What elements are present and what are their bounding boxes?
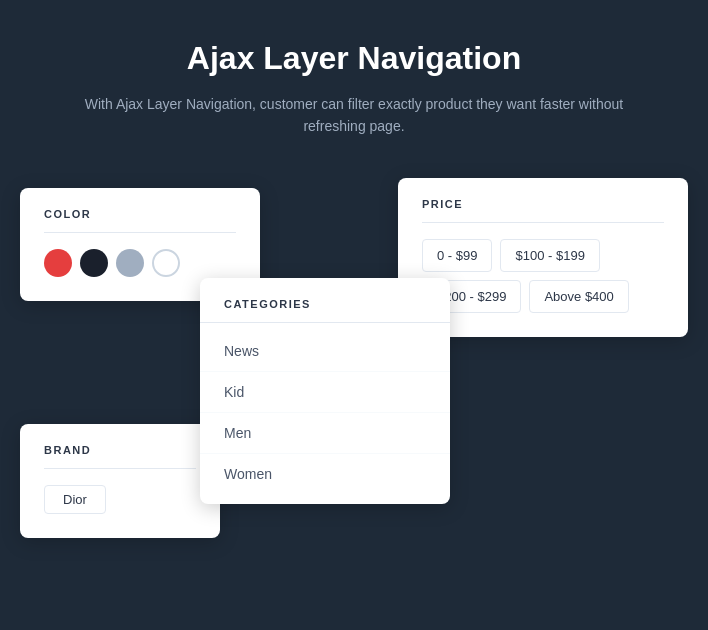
categories-card-label: CATEGORIES	[200, 298, 450, 310]
price-btn-0-99[interactable]: 0 - $99	[422, 239, 492, 272]
cards-area: COLOR PRICE 0 - $99 $100 - $199 $200 - $…	[0, 168, 708, 588]
brand-tag-dior[interactable]: Dior	[44, 485, 106, 514]
price-btn-100-199[interactable]: $100 - $199	[500, 239, 599, 272]
page-subtitle: With Ajax Layer Navigation, customer can…	[80, 93, 628, 138]
price-buttons-group: 0 - $99 $100 - $199 $200 - $299 Above $4…	[422, 239, 664, 313]
category-item-women[interactable]: Women	[200, 454, 450, 494]
category-item-men[interactable]: Men	[200, 413, 450, 454]
page-title: Ajax Layer Navigation	[80, 40, 628, 77]
page-header: Ajax Layer Navigation With Ajax Layer Na…	[0, 0, 708, 168]
color-swatch-black[interactable]	[80, 249, 108, 277]
brand-filter-card: BRAND Dior	[20, 424, 220, 538]
brand-card-label: BRAND	[44, 444, 196, 456]
color-card-divider	[44, 232, 236, 233]
color-swatches	[44, 249, 236, 277]
category-item-kid[interactable]: Kid	[200, 372, 450, 413]
categories-card-divider	[200, 322, 450, 323]
color-swatch-gray[interactable]	[116, 249, 144, 277]
categories-filter-card: CATEGORIES News Kid Men Women	[200, 278, 450, 504]
price-card-label: PRICE	[422, 198, 664, 210]
color-card-label: COLOR	[44, 208, 236, 220]
color-swatch-white[interactable]	[152, 249, 180, 277]
color-swatch-red[interactable]	[44, 249, 72, 277]
price-card-divider	[422, 222, 664, 223]
price-btn-above-400[interactable]: Above $400	[529, 280, 628, 313]
category-item-news[interactable]: News	[200, 331, 450, 372]
brand-card-divider	[44, 468, 196, 469]
